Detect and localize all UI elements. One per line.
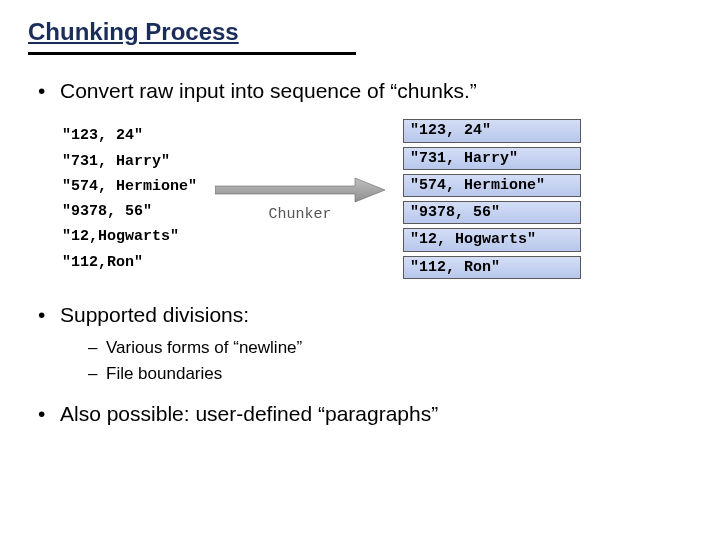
arrow-right-icon [215, 176, 385, 204]
chunk-box: "112, Ron" [403, 256, 581, 279]
bullet-list-2: Supported divisions: Various forms of “n… [28, 301, 692, 429]
raw-input-column: "123, 24" "731, Harry" "574, Hermione" "… [62, 125, 197, 273]
chunk-box: "9378, 56" [403, 201, 581, 224]
title-block: Chunking Process [28, 18, 356, 55]
raw-line: "731, Harry" [62, 151, 170, 172]
bullet-supported-text: Supported divisions: [60, 303, 249, 326]
chunker-label: Chunker [269, 206, 332, 223]
bullet-convert: Convert raw input into sequence of “chun… [38, 77, 692, 105]
chunks-column: "123, 24" "731, Harry" "574, Hermione" "… [403, 119, 581, 279]
arrow-group: Chunker [215, 176, 385, 223]
sub-bullet-list: Various forms of “newline” File boundari… [60, 335, 692, 386]
raw-line: "12,Hogwarts" [62, 226, 179, 247]
chunk-box: "123, 24" [403, 119, 581, 142]
raw-line: "123, 24" [62, 125, 143, 146]
sub-bullet-newline: Various forms of “newline” [88, 335, 692, 361]
raw-line: "9378, 56" [62, 201, 152, 222]
slide-title: Chunking Process [28, 18, 356, 52]
chunk-box: "731, Harry" [403, 147, 581, 170]
slide: Chunking Process Convert raw input into … [0, 0, 720, 540]
bullet-also-possible: Also possible: user-defined “paragraphs” [38, 400, 692, 428]
bullet-list: Convert raw input into sequence of “chun… [28, 77, 692, 105]
svg-marker-0 [215, 178, 385, 202]
chunker-diagram: "123, 24" "731, Harry" "574, Hermione" "… [62, 119, 692, 279]
bullet-supported: Supported divisions: Various forms of “n… [38, 301, 692, 386]
chunk-box: "574, Hermione" [403, 174, 581, 197]
raw-line: "574, Hermione" [62, 176, 197, 197]
sub-bullet-fileboundaries: File boundaries [88, 361, 692, 387]
raw-line: "112,Ron" [62, 252, 143, 273]
chunk-box: "12, Hogwarts" [403, 228, 581, 251]
title-underline-rule [28, 52, 356, 55]
